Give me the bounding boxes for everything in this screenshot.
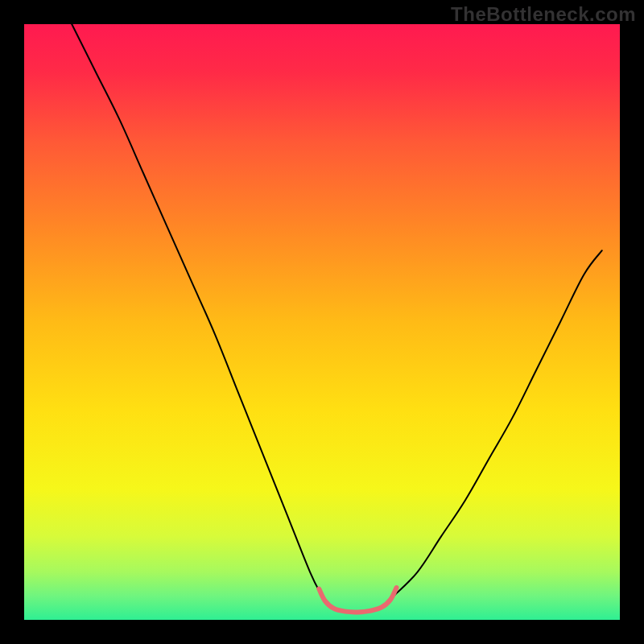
watermark-text: TheBottleneck.com bbox=[451, 3, 636, 26]
bottleneck-chart bbox=[0, 0, 644, 644]
chart-frame: TheBottleneck.com bbox=[0, 0, 644, 644]
plot-background bbox=[24, 24, 620, 620]
